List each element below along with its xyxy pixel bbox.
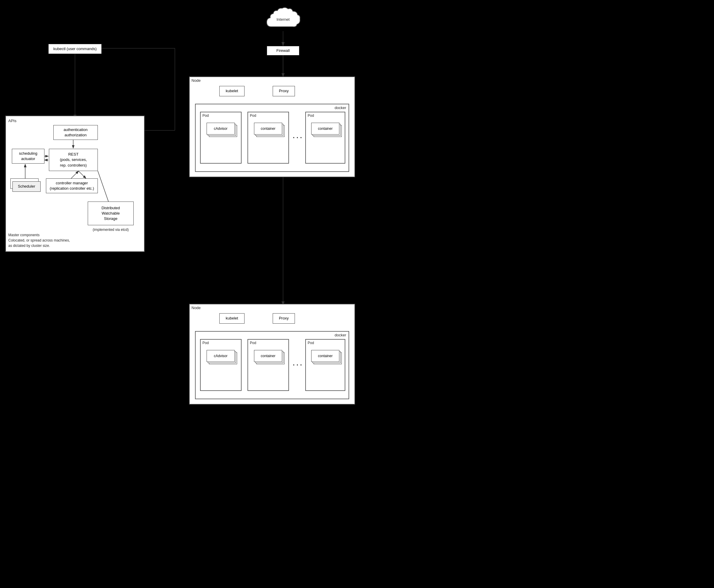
node1-dots-text: · · ·	[293, 134, 302, 141]
node2-pod2-label: Pod	[250, 341, 256, 345]
controller-label: controller manager (replication controll…	[50, 181, 94, 191]
node2-kubelet-label: kubelet	[226, 316, 238, 321]
kubectl-label: kubectl (user commands)	[54, 46, 97, 51]
node2-cadvisor-text: cAdvisor	[214, 354, 227, 358]
auth-box: authentication authorization	[54, 125, 98, 140]
firewall-box: Firewall	[267, 46, 299, 56]
node1-container1-text: container	[261, 127, 275, 131]
node1-pod3-label: Pod	[308, 113, 314, 118]
svg-line-36	[71, 171, 79, 178]
node1-label: Node	[191, 78, 201, 83]
node1-container: Node kubelet Proxy docker Pod cAdvisor	[189, 77, 355, 177]
rest-box: REST (pods, services, rep. controllers)	[49, 149, 98, 171]
node2-pod3-label: Pod	[308, 341, 314, 345]
node1-kubelet-label: kubelet	[226, 88, 238, 93]
node1-container2-label: container	[311, 123, 339, 134]
node1-cadvisor-label: cAdvisor	[207, 123, 235, 134]
node2-container2-label: container	[311, 350, 339, 362]
node2-cadvisor-label: cAdvisor	[207, 350, 235, 362]
node2-dots-text: · · ·	[293, 361, 302, 369]
node1-pod1-label: Pod	[203, 113, 209, 118]
node1-dots: · · ·	[293, 134, 302, 142]
node2-pod3-container: Pod container	[305, 339, 345, 391]
node1-docker-container: docker Pod cAdvisor Pod	[195, 104, 349, 172]
apis-label: APIs	[8, 119, 16, 123]
node1-container2-text: container	[318, 127, 333, 131]
node1-container1-label: container	[254, 123, 282, 134]
node2-proxy-box: Proxy	[273, 313, 295, 324]
node1-docker-label: docker	[335, 106, 346, 110]
node1-kubelet-box: kubelet	[219, 86, 245, 96]
etcd-label: (implemented via etcd)	[88, 228, 134, 232]
node2-container: Node kubelet Proxy docker Pod cAdvisor	[189, 304, 355, 404]
node2-pod1-container: Pod cAdvisor	[200, 339, 241, 391]
etcd-text: (implemented via etcd)	[93, 228, 129, 232]
auth-label: authentication authorization	[64, 127, 88, 138]
scheduler-inner-label: Scheduler	[18, 184, 35, 189]
node1-cadvisor-text: cAdvisor	[214, 127, 227, 131]
node2-container1-text: container	[261, 354, 275, 358]
node2-kubelet-box: kubelet	[219, 313, 245, 324]
firewall-label: Firewall	[276, 48, 290, 54]
svg-line-38	[98, 171, 110, 205]
node1-proxy-label: Proxy	[279, 88, 289, 93]
node1-pod2-label: Pod	[250, 113, 256, 118]
storage-box: Distributed Watchable Storage	[88, 202, 134, 225]
node1-pod3-container: Pod container	[305, 112, 345, 164]
rest-label: REST (pods, services, rep. controllers)	[60, 152, 87, 168]
node2-pod2-container: Pod container	[248, 339, 289, 391]
node2-pod1-label: Pod	[203, 341, 209, 345]
kubectl-box: kubectl (user commands)	[48, 44, 102, 54]
scheduler-inner-box: Scheduler	[13, 182, 41, 192]
scheduling-box: scheduling actuator	[12, 149, 44, 164]
storage-label: Distributed Watchable Storage	[101, 205, 120, 222]
node2-docker-label: docker	[335, 333, 346, 337]
node1-pod1-container: Pod cAdvisor	[200, 112, 241, 164]
node1-pod2-container: Pod container	[248, 112, 289, 164]
node2-dots: · · ·	[293, 361, 302, 369]
master-note-label: Master components Colocated, or spread a…	[8, 233, 70, 248]
node2-proxy-label: Proxy	[279, 316, 289, 321]
scheduling-label: scheduling actuator	[19, 151, 37, 162]
internet-cloud: Internet	[264, 6, 302, 33]
node2-docker-container: docker Pod cAdvisor Pod	[195, 331, 349, 399]
node2-label: Node	[191, 306, 201, 310]
svg-line-37	[79, 171, 86, 178]
node2-container2-text: container	[318, 354, 333, 358]
node1-proxy-box: Proxy	[273, 86, 295, 96]
svg-text:Internet: Internet	[276, 17, 290, 22]
master-note: Master components Colocated, or spread a…	[8, 232, 70, 248]
controller-box: controller manager (replication controll…	[46, 178, 98, 193]
node2-container1-label: container	[254, 350, 282, 362]
